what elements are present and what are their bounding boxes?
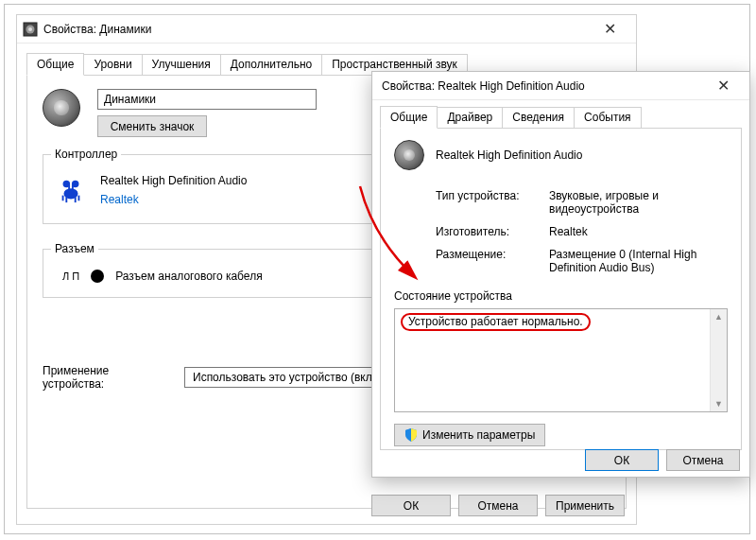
change-icon-button[interactable]: Сменить значок bbox=[97, 115, 207, 137]
svg-rect-6 bbox=[68, 184, 70, 190]
scroll-down-icon[interactable]: ▼ bbox=[714, 399, 723, 409]
tab-levels[interactable]: Уровни bbox=[83, 54, 142, 75]
device-properties-window: Свойства: Realtek High Definition Audio … bbox=[371, 71, 750, 478]
jack-color-icon bbox=[91, 270, 104, 283]
change-settings-button[interactable]: Изменить параметры bbox=[394, 424, 545, 446]
speaker-icon bbox=[43, 89, 80, 127]
scroll-up-icon[interactable]: ▲ bbox=[714, 312, 723, 322]
svg-rect-10 bbox=[75, 198, 77, 203]
realtek-crab-icon bbox=[57, 176, 85, 204]
cancel-button[interactable]: Отмена bbox=[666, 449, 740, 471]
device-state-textarea[interactable]: Устройство работает нормально. ▲▼ bbox=[394, 308, 728, 412]
label-location: Размещение: bbox=[436, 248, 549, 274]
tab-events[interactable]: События bbox=[574, 107, 642, 128]
highlight-state-text: Устройство работает нормально. bbox=[401, 313, 591, 331]
tab-general[interactable]: Общие bbox=[380, 106, 438, 129]
label-manufacturer: Изготовитель: bbox=[436, 225, 549, 238]
channel-indicator: Л П bbox=[62, 270, 79, 282]
device-name-input[interactable] bbox=[97, 89, 317, 110]
child-dialog-buttons: ОК Отмена bbox=[585, 449, 740, 471]
controller-legend: Контроллер bbox=[51, 148, 121, 161]
speaker-titlebar-icon bbox=[23, 22, 38, 37]
value-manufacturer: Realtek bbox=[549, 225, 728, 238]
device-state-text: Устройство работает нормально. bbox=[408, 315, 583, 328]
child-tabs: Общие Драйвер Сведения События bbox=[380, 106, 742, 129]
child-window-title: Свойства: Realtek High Definition Audio bbox=[378, 79, 702, 93]
close-icon[interactable]: ✕ bbox=[589, 16, 630, 43]
tab-advanced[interactable]: Дополнительно bbox=[220, 54, 322, 75]
value-device-type: Звуковые, игровые и видеоустройства bbox=[549, 189, 728, 216]
svg-rect-9 bbox=[65, 198, 67, 203]
device-icon bbox=[394, 140, 424, 170]
child-titlebar: Свойства: Realtek High Definition Audio … bbox=[372, 72, 749, 100]
ok-button[interactable]: ОК bbox=[371, 495, 451, 516]
scrollbar[interactable]: ▲▼ bbox=[710, 309, 727, 411]
tab-driver[interactable]: Драйвер bbox=[437, 107, 503, 128]
device-name: Realtek High Definition Audio bbox=[436, 148, 582, 162]
parent-dialog-buttons: ОК Отмена Применить bbox=[371, 495, 625, 516]
svg-rect-7 bbox=[72, 184, 74, 190]
tab-general[interactable]: Общие bbox=[26, 53, 84, 76]
ok-button[interactable]: ОК bbox=[585, 449, 659, 471]
parent-titlebar: Свойства: Динамики ✕ bbox=[17, 15, 636, 44]
close-icon[interactable]: ✕ bbox=[702, 73, 744, 99]
svg-rect-8 bbox=[62, 196, 64, 201]
svg-point-2 bbox=[28, 27, 32, 31]
device-state-legend: Состояние устройства bbox=[394, 289, 728, 303]
connector-legend: Разъем bbox=[51, 242, 98, 255]
device-state-group: Состояние устройства Устройство работает… bbox=[394, 289, 728, 412]
cancel-button[interactable]: Отмена bbox=[458, 495, 538, 516]
change-settings-label: Изменить параметры bbox=[422, 428, 535, 442]
parent-window-title: Свойства: Динамики bbox=[43, 23, 589, 36]
value-location: Размещение 0 (Internal High Definition A… bbox=[549, 248, 728, 274]
svg-rect-11 bbox=[78, 196, 80, 201]
device-usage-label: Применение устройства: bbox=[43, 364, 146, 391]
tab-enhancements[interactable]: Улучшения bbox=[142, 54, 221, 75]
apply-button[interactable]: Применить bbox=[545, 495, 625, 516]
connector-label: Разъем аналогового кабеля bbox=[115, 270, 262, 283]
label-device-type: Тип устройства: bbox=[436, 189, 549, 216]
screenshot-frame: Свойства: Динамики ✕ Общие Уровни Улучше… bbox=[4, 4, 750, 534]
uac-shield-icon bbox=[404, 428, 418, 442]
tab-details[interactable]: Сведения bbox=[502, 107, 575, 128]
